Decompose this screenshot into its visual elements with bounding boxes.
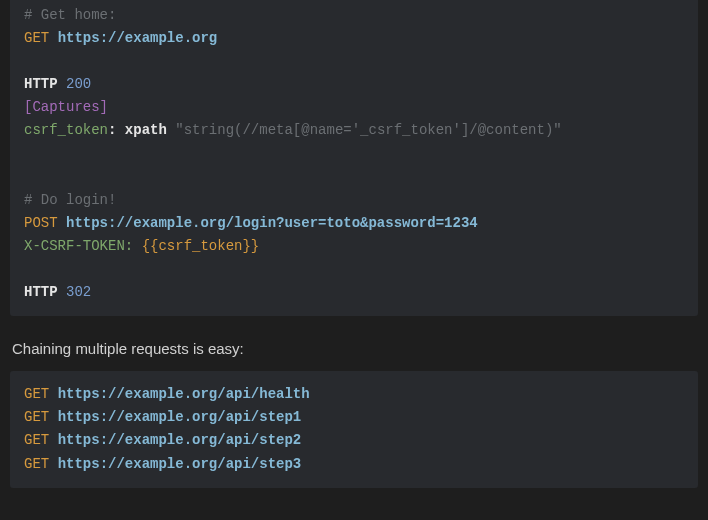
http-keyword: HTTP bbox=[24, 76, 58, 92]
http-keyword: HTTP bbox=[24, 284, 58, 300]
request-url: https://example.org/api/step1 bbox=[58, 409, 302, 425]
code-block-2: GET https://example.org/api/health GET h… bbox=[10, 371, 698, 487]
section-captures: [Captures] bbox=[24, 99, 108, 115]
prose-text: Chaining multiple requests is easy: bbox=[0, 326, 708, 371]
status-code: 302 bbox=[66, 284, 91, 300]
http-method: POST bbox=[24, 215, 58, 231]
capture-func: xpath bbox=[125, 122, 167, 138]
request-url: https://example.org/api/step2 bbox=[58, 432, 302, 448]
http-method: GET bbox=[24, 30, 49, 46]
template-var: {{csrf_token}} bbox=[142, 238, 260, 254]
http-method: GET bbox=[24, 432, 49, 448]
header-key: X-CSRF-TOKEN: bbox=[24, 238, 133, 254]
request-url: https://example.org/api/step3 bbox=[58, 456, 302, 472]
capture-expr: "string(//meta[@name='_csrf_token']/@con… bbox=[175, 122, 561, 138]
request-url: https://example.org/login?user=toto&pass… bbox=[66, 215, 478, 231]
comment: # Do login! bbox=[24, 192, 116, 208]
capture-key: csrf_token bbox=[24, 122, 108, 138]
status-code: 200 bbox=[66, 76, 91, 92]
http-method: GET bbox=[24, 409, 49, 425]
request-url: https://example.org/api/health bbox=[58, 386, 310, 402]
comment: # Get home: bbox=[24, 7, 116, 23]
request-url: https://example.org bbox=[58, 30, 218, 46]
http-method: GET bbox=[24, 456, 49, 472]
code-block-1: # Get home: GET https://example.org HTTP… bbox=[10, 0, 698, 316]
http-method: GET bbox=[24, 386, 49, 402]
colon: : bbox=[108, 122, 116, 138]
